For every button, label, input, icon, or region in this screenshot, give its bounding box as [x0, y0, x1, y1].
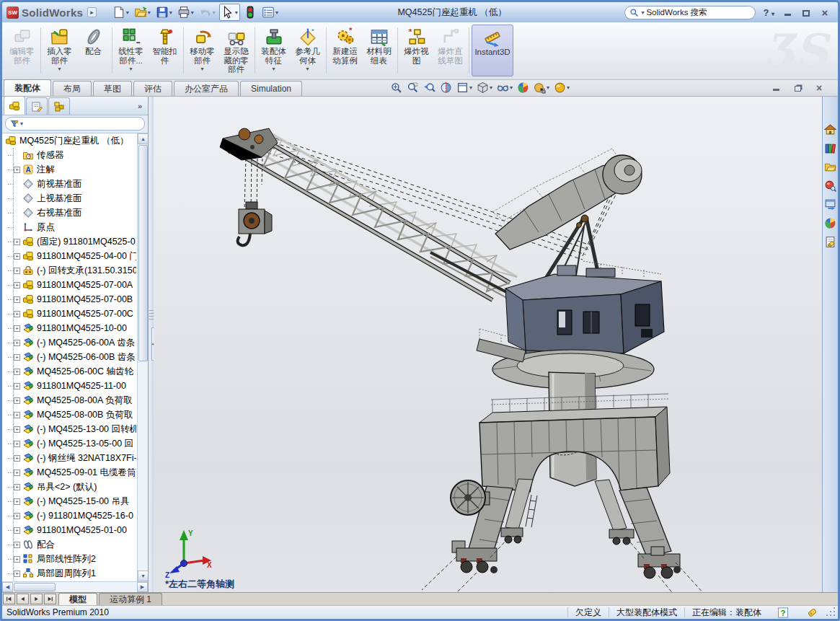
crane-3d-model[interactable] — [154, 97, 822, 592]
zoom-area-button[interactable] — [407, 82, 419, 94]
tree-item[interactable]: +MQ4525-08-00B 负荷取 — [2, 408, 148, 422]
tree-item[interactable]: 原点 — [2, 220, 148, 234]
tree-vertical-scrollbar[interactable]: ▲ ▼ — [137, 133, 148, 581]
bill-of-materials-button[interactable]: 材料明细表 — [363, 25, 395, 76]
help-button[interactable]: ? ▾ — [763, 7, 774, 18]
expand-plus-icon[interactable]: + — [14, 527, 20, 534]
expand-plus-icon[interactable]: + — [14, 455, 20, 462]
expand-plus-icon[interactable]: + — [14, 441, 20, 447]
assembly-features-button[interactable]: 装配体特征▾ — [257, 25, 290, 76]
exploded-view-button[interactable]: *爆炸视图 — [400, 25, 433, 76]
view-palette-button[interactable] — [823, 198, 837, 211]
expand-plus-icon[interactable]: + — [14, 311, 20, 317]
search-scope-dropdown[interactable]: ▾ — [641, 9, 644, 16]
tree-item[interactable]: +(-) MQ4525-15-00 吊具 — [2, 494, 148, 508]
expand-plus-icon[interactable]: + — [14, 542, 20, 548]
expand-plus-icon[interactable]: + — [14, 325, 20, 332]
expand-plus-icon[interactable]: + — [14, 556, 20, 563]
resize-grip[interactable] — [826, 607, 836, 617]
zoom-fit-button[interactable] — [390, 82, 402, 94]
tree-root-item[interactable]: MQ4525门座起重机 （低） — [2, 133, 148, 148]
new-document-button[interactable]: ▾ — [111, 4, 131, 20]
view-settings-button[interactable]: ▾ — [554, 82, 570, 94]
new-motion-study-button[interactable]: *新建运动算例 — [329, 25, 361, 76]
tree-item[interactable]: +局部圆周阵列1 — [2, 566, 148, 581]
expand-plus-icon[interactable]: + — [14, 296, 20, 303]
tree-item[interactable]: +MQ4525-08-00A 负荷取 — [2, 393, 148, 408]
previous-view-button[interactable] — [423, 82, 436, 94]
tree-item[interactable]: +MQ4525-09-01 电缆卷筒 — [2, 465, 148, 480]
select-cursor-button[interactable]: ▾ — [219, 4, 240, 21]
tab-Simulation[interactable]: Simulation — [240, 81, 302, 96]
propertymanager-tab[interactable] — [26, 97, 48, 115]
featuremanager-tree-tab[interactable] — [4, 96, 25, 115]
tab-办公室产品[interactable]: 办公室产品 — [174, 81, 239, 96]
expand-plus-icon[interactable]: + — [14, 253, 20, 260]
maximize-button[interactable] — [800, 7, 812, 17]
model-tab-1[interactable]: 模型 — [58, 593, 97, 605]
undo-button[interactable]: ▾ — [198, 4, 217, 20]
design-library-button[interactable] — [823, 141, 837, 155]
doc-minimize-button[interactable] — [770, 82, 782, 92]
edit-appearance-button[interactable] — [517, 82, 529, 94]
display-style-button[interactable]: ▾ — [477, 82, 492, 94]
custom-properties-button[interactable] — [823, 235, 837, 249]
scroll-right-button[interactable]: ▶ — [137, 582, 148, 592]
scroll-down-button[interactable]: ▼ — [138, 571, 148, 581]
search-input[interactable]: ▾ SolidWorks 搜索 — [624, 6, 756, 19]
file-explorer-button[interactable] — [823, 160, 837, 174]
show-hidden-components-button[interactable]: 显示隐藏的零部件 — [220, 25, 252, 76]
quick-tip-help-icon[interactable]: ? — [777, 607, 789, 618]
tab-评估[interactable]: 评估 — [133, 81, 172, 96]
tag-icon[interactable] — [806, 607, 818, 618]
expand-plus-icon[interactable]: + — [14, 167, 20, 173]
scroll-thumb[interactable] — [138, 145, 148, 361]
expand-plus-icon[interactable]: + — [14, 282, 20, 289]
smart-fasteners-button[interactable]: 智能扣件 — [149, 25, 181, 76]
tree-item[interactable]: 上视基准面 — [2, 191, 148, 206]
tree-item[interactable]: +(固定) 911801MQ4525-0 — [2, 234, 148, 249]
expand-plus-icon[interactable]: + — [14, 340, 20, 346]
expand-plus-icon[interactable]: + — [14, 369, 20, 375]
tree-item[interactable]: +(-) 911801MQ4525-16-0 — [2, 508, 148, 523]
expand-plus-icon[interactable]: + — [14, 484, 20, 490]
tree-item[interactable]: +911801MQ4525-11-00 — [2, 379, 148, 393]
expand-plus-icon[interactable]: + — [14, 268, 20, 274]
tree-item[interactable]: 传感器 — [2, 148, 148, 162]
doc-close-button[interactable]: × — [813, 82, 825, 92]
tree-item[interactable]: +(-) MQ4525-06-00B 齿条 — [2, 350, 148, 364]
tree-item[interactable]: +911801MQ4525-07-00C — [2, 307, 148, 321]
expand-plus-icon[interactable]: + — [14, 383, 20, 389]
tree-item[interactable]: +911801MQ4525-10-00 — [2, 321, 148, 335]
save-button[interactable]: ▾ — [154, 4, 174, 20]
model-tab-2[interactable]: 运动算例 1 — [99, 593, 162, 605]
hide-show-items-button[interactable]: ▾ — [497, 82, 513, 94]
solidworks-resources-home-button[interactable] — [823, 123, 837, 136]
assembly-features-dropdown-arrow[interactable]: ▾ — [272, 66, 275, 72]
menu-flyout-arrow[interactable]: ▸ — [87, 7, 97, 17]
move-component-dropdown-arrow[interactable]: ▾ — [200, 66, 203, 72]
filter-dropdown-arrow[interactable]: ▾ — [20, 120, 23, 127]
tree-item[interactable]: +MQ4525-06-00C 轴齿轮 — [2, 364, 148, 379]
tree-item[interactable]: 前视基准面 — [2, 177, 148, 191]
tree-horizontal-scrollbar[interactable]: ◀ ▶ — [2, 581, 148, 592]
expand-plus-icon[interactable]: + — [14, 412, 20, 418]
expand-plus-icon[interactable]: + — [14, 470, 20, 476]
scroll-left-button[interactable]: ◀ — [2, 582, 13, 592]
view-orientation-button[interactable]: ▾ — [456, 82, 472, 94]
tree-item[interactable]: +911801MQ4525-07-00B — [2, 292, 148, 307]
expand-plus-icon[interactable]: + — [14, 397, 20, 404]
tree-item[interactable]: 右视基准面 — [2, 206, 148, 220]
tree-filter-input[interactable]: ▾ — [5, 117, 145, 131]
close-button[interactable]: × — [819, 7, 831, 17]
tree-item[interactable]: +911801MQ4525-01-00 — [2, 523, 148, 537]
instant3d-button[interactable]: Instant3D — [472, 25, 513, 76]
expand-plus-icon[interactable]: + — [14, 239, 20, 245]
linear-component-pattern-dropdown-arrow[interactable]: ▾ — [129, 66, 132, 72]
tree-item[interactable]: +A注解 — [2, 162, 148, 177]
tree-item[interactable]: +局部线性阵列2 — [2, 552, 148, 566]
tree-item[interactable]: +(-) MQ4525-06-00A 齿条 — [2, 335, 148, 350]
solidworks-search-button[interactable] — [823, 179, 837, 193]
panel-expand-chevron[interactable]: » — [138, 102, 142, 110]
section-view-button[interactable] — [440, 82, 452, 94]
